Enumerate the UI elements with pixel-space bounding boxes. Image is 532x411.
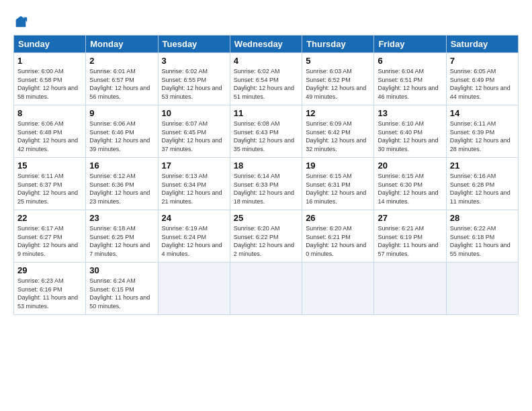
weekday-header: Saturday (446, 36, 518, 53)
calendar-day-cell: 19 Sunrise: 6:15 AMSunset: 6:31 PMDaylig… (302, 158, 374, 210)
day-info: Sunrise: 6:16 AMSunset: 6:28 PMDaylight:… (450, 172, 515, 205)
day-info: Sunrise: 6:13 AMSunset: 6:34 PMDaylight:… (162, 172, 226, 205)
calendar-week-row: 15 Sunrise: 6:11 AMSunset: 6:37 PMDaylig… (14, 158, 519, 210)
day-info: Sunrise: 6:04 AMSunset: 6:51 PMDaylight:… (378, 67, 442, 101)
calendar-week-row: 22 Sunrise: 6:17 AMSunset: 6:27 PMDaylig… (14, 210, 519, 263)
calendar-day-cell: 28 Sunrise: 6:22 AMSunset: 6:18 PMDaylig… (446, 210, 518, 263)
day-number: 21 (450, 161, 515, 171)
day-info: Sunrise: 6:18 AMSunset: 6:25 PMDaylight:… (89, 224, 154, 258)
day-number: 14 (450, 108, 515, 118)
day-number: 7 (450, 56, 515, 66)
day-info: Sunrise: 6:11 AMSunset: 6:39 PMDaylight:… (450, 120, 515, 153)
calendar-day-cell: 5 Sunrise: 6:03 AMSunset: 6:52 PMDayligh… (302, 53, 374, 105)
weekday-header: Wednesday (230, 36, 302, 53)
day-info: Sunrise: 6:15 AMSunset: 6:30 PMDaylight:… (378, 172, 442, 205)
calendar-header-row: SundayMondayTuesdayWednesdayThursdayFrid… (14, 36, 519, 53)
day-number: 16 (89, 161, 154, 171)
day-number: 26 (306, 213, 370, 223)
day-info: Sunrise: 6:02 AMSunset: 6:55 PMDaylight:… (162, 67, 226, 101)
calendar-day-cell: 25 Sunrise: 6:20 AMSunset: 6:22 PMDaylig… (230, 210, 302, 263)
page-container: SundayMondayTuesdayWednesdayThursdayFrid… (0, 0, 532, 322)
day-info: Sunrise: 6:14 AMSunset: 6:33 PMDaylight:… (234, 172, 298, 205)
day-info: Sunrise: 6:01 AMSunset: 6:57 PMDaylight:… (89, 67, 154, 101)
day-number: 3 (162, 56, 226, 66)
day-number: 13 (378, 108, 442, 118)
calendar-day-cell: 20 Sunrise: 6:15 AMSunset: 6:30 PMDaylig… (374, 158, 446, 210)
day-number: 24 (162, 213, 226, 223)
day-number: 12 (306, 108, 370, 118)
calendar-day-cell (374, 263, 446, 315)
day-info: Sunrise: 6:03 AMSunset: 6:52 PMDaylight:… (306, 67, 370, 101)
day-number: 25 (234, 213, 298, 223)
calendar-day-cell: 22 Sunrise: 6:17 AMSunset: 6:27 PMDaylig… (14, 210, 86, 263)
day-number: 29 (17, 265, 82, 275)
calendar-week-row: 8 Sunrise: 6:06 AMSunset: 6:48 PMDayligh… (14, 105, 519, 158)
day-info: Sunrise: 6:19 AMSunset: 6:24 PMDaylight:… (162, 224, 226, 258)
calendar-day-cell: 1 Sunrise: 6:00 AMSunset: 6:58 PMDayligh… (14, 53, 86, 105)
weekday-header: Sunday (14, 36, 86, 53)
weekday-header: Tuesday (158, 36, 230, 53)
calendar-day-cell: 4 Sunrise: 6:02 AMSunset: 6:54 PMDayligh… (230, 53, 302, 105)
calendar-day-cell (446, 263, 518, 315)
day-info: Sunrise: 6:07 AMSunset: 6:45 PMDaylight:… (162, 120, 226, 153)
weekday-header: Thursday (302, 36, 374, 53)
day-number: 22 (17, 213, 82, 223)
day-info: Sunrise: 6:23 AMSunset: 6:16 PMDaylight:… (17, 277, 82, 310)
calendar-day-cell: 6 Sunrise: 6:04 AMSunset: 6:51 PMDayligh… (374, 53, 446, 105)
day-info: Sunrise: 6:22 AMSunset: 6:18 PMDaylight:… (450, 224, 515, 258)
day-info: Sunrise: 6:21 AMSunset: 6:19 PMDaylight:… (378, 224, 442, 258)
day-info: Sunrise: 6:12 AMSunset: 6:36 PMDaylight:… (89, 172, 154, 205)
day-info: Sunrise: 6:09 AMSunset: 6:42 PMDaylight:… (306, 120, 370, 153)
weekday-header: Monday (86, 36, 158, 53)
calendar-day-cell: 18 Sunrise: 6:14 AMSunset: 6:33 PMDaylig… (230, 158, 302, 210)
calendar-day-cell: 23 Sunrise: 6:18 AMSunset: 6:25 PMDaylig… (86, 210, 158, 263)
day-number: 28 (450, 213, 515, 223)
day-info: Sunrise: 6:05 AMSunset: 6:49 PMDaylight:… (450, 67, 515, 101)
weekday-header: Friday (374, 36, 446, 53)
calendar-day-cell: 7 Sunrise: 6:05 AMSunset: 6:49 PMDayligh… (446, 53, 518, 105)
calendar-day-cell: 16 Sunrise: 6:12 AMSunset: 6:36 PMDaylig… (86, 158, 158, 210)
day-info: Sunrise: 6:11 AMSunset: 6:37 PMDaylight:… (17, 172, 82, 205)
calendar-day-cell: 15 Sunrise: 6:11 AMSunset: 6:37 PMDaylig… (14, 158, 86, 210)
calendar-day-cell: 21 Sunrise: 6:16 AMSunset: 6:28 PMDaylig… (446, 158, 518, 210)
calendar-day-cell: 30 Sunrise: 6:24 AMSunset: 6:15 PMDaylig… (86, 263, 158, 315)
calendar-day-cell: 24 Sunrise: 6:19 AMSunset: 6:24 PMDaylig… (158, 210, 230, 263)
day-info: Sunrise: 6:06 AMSunset: 6:48 PMDaylight:… (17, 120, 82, 153)
calendar-day-cell: 10 Sunrise: 6:07 AMSunset: 6:45 PMDaylig… (158, 105, 230, 158)
day-number: 6 (378, 56, 442, 66)
calendar-day-cell: 9 Sunrise: 6:06 AMSunset: 6:46 PMDayligh… (86, 105, 158, 158)
day-info: Sunrise: 6:10 AMSunset: 6:40 PMDaylight:… (378, 120, 442, 153)
day-number: 2 (89, 56, 154, 66)
header (13, 12, 519, 30)
day-info: Sunrise: 6:24 AMSunset: 6:15 PMDaylight:… (89, 277, 154, 310)
day-number: 1 (17, 56, 82, 66)
calendar-day-cell: 12 Sunrise: 6:09 AMSunset: 6:42 PMDaylig… (302, 105, 374, 158)
calendar-day-cell: 3 Sunrise: 6:02 AMSunset: 6:55 PMDayligh… (158, 53, 230, 105)
day-number: 11 (234, 108, 298, 118)
calendar-week-row: 1 Sunrise: 6:00 AMSunset: 6:58 PMDayligh… (14, 53, 519, 105)
day-info: Sunrise: 6:06 AMSunset: 6:46 PMDaylight:… (89, 120, 154, 153)
day-number: 10 (162, 108, 226, 118)
day-number: 30 (89, 265, 154, 275)
day-number: 4 (234, 56, 298, 66)
logo (13, 15, 30, 30)
day-number: 18 (234, 161, 298, 171)
day-info: Sunrise: 6:08 AMSunset: 6:43 PMDaylight:… (234, 120, 298, 153)
calendar-day-cell (302, 263, 374, 315)
calendar-day-cell: 29 Sunrise: 6:23 AMSunset: 6:16 PMDaylig… (14, 263, 86, 315)
day-number: 9 (89, 108, 154, 118)
logo-icon (13, 15, 28, 30)
calendar-table: SundayMondayTuesdayWednesdayThursdayFrid… (13, 35, 519, 315)
day-info: Sunrise: 6:20 AMSunset: 6:21 PMDaylight:… (306, 224, 370, 258)
calendar-day-cell: 11 Sunrise: 6:08 AMSunset: 6:43 PMDaylig… (230, 105, 302, 158)
day-number: 15 (17, 161, 82, 171)
day-number: 5 (306, 56, 370, 66)
day-number: 19 (306, 161, 370, 171)
calendar-day-cell (230, 263, 302, 315)
day-number: 23 (89, 213, 154, 223)
day-number: 20 (378, 161, 442, 171)
calendar-day-cell: 8 Sunrise: 6:06 AMSunset: 6:48 PMDayligh… (14, 105, 86, 158)
day-number: 27 (378, 213, 442, 223)
day-info: Sunrise: 6:15 AMSunset: 6:31 PMDaylight:… (306, 172, 370, 205)
calendar-day-cell (158, 263, 230, 315)
